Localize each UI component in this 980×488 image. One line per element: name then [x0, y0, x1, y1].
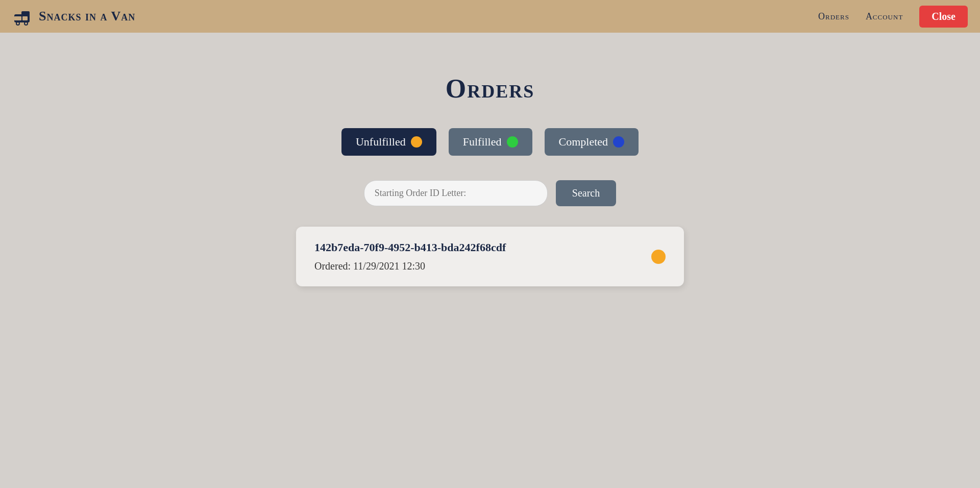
- filter-unfulfilled-button[interactable]: Unfulfilled: [341, 128, 436, 156]
- order-status-dot: [651, 250, 666, 264]
- svg-point-6: [25, 22, 27, 25]
- svg-rect-2: [22, 16, 28, 20]
- svg-rect-7: [21, 11, 30, 16]
- van-logo-icon: [12, 6, 33, 27]
- main-content: Orders Unfulfilled Fulfilled Completed S…: [0, 33, 980, 286]
- orders-list: 142b7eda-70f9-4952-b413-bda242f68cdf Ord…: [296, 227, 684, 286]
- app-header: Snacks in a Van Orders Account Close: [0, 0, 980, 33]
- fulfilled-dot: [507, 136, 518, 148]
- header-left: Snacks in a Van: [12, 6, 135, 27]
- completed-label: Completed: [559, 135, 608, 149]
- search-input[interactable]: [364, 180, 548, 206]
- close-button[interactable]: Close: [919, 6, 968, 28]
- svg-rect-1: [14, 16, 21, 20]
- filter-buttons-group: Unfulfilled Fulfilled Completed: [341, 128, 639, 156]
- completed-dot: [613, 136, 624, 148]
- header-nav: Orders Account Close: [818, 6, 968, 28]
- unfulfilled-label: Unfulfilled: [356, 135, 406, 149]
- search-button[interactable]: Search: [556, 180, 616, 206]
- order-date: Ordered: 11/29/2021 12:30: [314, 260, 666, 272]
- fulfilled-label: Fulfilled: [463, 135, 502, 149]
- filter-completed-button[interactable]: Completed: [545, 128, 639, 156]
- orders-nav-link[interactable]: Orders: [818, 11, 849, 22]
- account-nav-link[interactable]: Account: [866, 11, 903, 22]
- order-id: 142b7eda-70f9-4952-b413-bda242f68cdf: [314, 241, 666, 254]
- page-title: Orders: [446, 74, 534, 104]
- svg-point-4: [17, 22, 19, 25]
- search-container: Search: [364, 180, 616, 206]
- order-card[interactable]: 142b7eda-70f9-4952-b413-bda242f68cdf Ord…: [296, 227, 684, 286]
- unfulfilled-dot: [411, 136, 422, 148]
- app-title: Snacks in a Van: [39, 9, 135, 24]
- filter-fulfilled-button[interactable]: Fulfilled: [449, 128, 532, 156]
